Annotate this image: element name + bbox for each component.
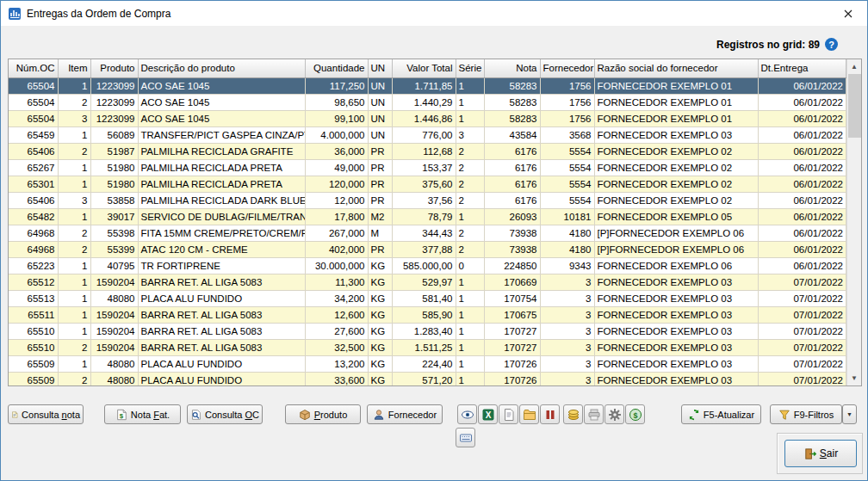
grid-cell[interactable]: KG [368, 274, 392, 290]
grid-cell[interactable]: BARRA RET. AL LIGA 5083 [138, 323, 305, 339]
grid-cell[interactable]: 224,40 [392, 355, 456, 372]
grid-cell[interactable]: 06/01/2022 [758, 110, 846, 126]
grid-cell[interactable]: 153,37 [392, 159, 456, 176]
grid-cell[interactable]: 2 [456, 192, 484, 208]
grid-cell[interactable]: 0 [456, 257, 484, 274]
grid-cell[interactable]: 6176 [484, 143, 540, 159]
grid-cell[interactable]: [P]FORNECEDOR EXEMPLO 06 [594, 241, 758, 257]
grid-cell[interactable]: 6176 [484, 192, 540, 208]
grid-cell[interactable]: 571,20 [392, 372, 456, 386]
grid-cell[interactable]: FORNECEDOR EXEMPLO 06 [594, 257, 758, 274]
grid-cell[interactable]: 1 [58, 126, 90, 143]
grid-cell[interactable]: PR [368, 176, 392, 192]
grid-cell[interactable]: BARRA RET. AL LIGA 5083 [138, 274, 305, 290]
grid-cell[interactable]: 1.283,40 [392, 323, 456, 339]
grid-cell[interactable]: 58283 [484, 110, 540, 126]
grid-cell[interactable]: 4180 [540, 241, 594, 257]
vertical-scrollbar[interactable]: ▲ ▼ [846, 59, 861, 385]
grid-cell[interactable]: 13,200 [305, 355, 368, 372]
grid-row[interactable]: 65509248080PLACA ALU FUNDIDO33,600KG571,… [9, 372, 846, 386]
grid-cell[interactable]: TR FORTIPRENE [138, 257, 305, 274]
grid-cell[interactable]: PALMILHA RECICLADA DARK BLUE [138, 192, 305, 208]
column-header-9[interactable]: Fornecedor [540, 59, 594, 77]
grid-cell[interactable]: 1 [58, 77, 90, 94]
grid-cell[interactable]: 51987 [90, 143, 138, 159]
grid-cell[interactable]: KG [368, 355, 392, 372]
grid-cell[interactable]: PLACA ALU FUNDIDO [138, 355, 305, 372]
grid-cell[interactable]: 1590204 [90, 339, 138, 355]
grid-cell[interactable]: 65482 [9, 208, 58, 225]
grid-cell[interactable]: 1 [456, 94, 484, 110]
grid-cell[interactable]: 55399 [90, 241, 138, 257]
grid-cell[interactable]: 1756 [540, 94, 594, 110]
grid-cell[interactable]: 65223 [9, 257, 58, 274]
grid-cell[interactable]: FORNECEDOR EXEMPLO 02 [594, 192, 758, 208]
grid-cell[interactable]: 1 [58, 323, 90, 339]
coins-button[interactable] [563, 404, 583, 424]
grid-cell[interactable]: 9343 [540, 257, 594, 274]
grid-cell[interactable]: 64968 [9, 225, 58, 241]
grid-cell[interactable]: UN [368, 110, 392, 126]
consulta-nota-button[interactable]: Consulta nota [8, 404, 84, 424]
grid-cell[interactable]: 37,56 [392, 192, 456, 208]
grid-cell[interactable]: 1 [58, 208, 90, 225]
grid-cell[interactable]: 1 [456, 355, 484, 372]
grid-cell[interactable]: FORNECEDOR EXEMPLO 02 [594, 176, 758, 192]
grid-cell[interactable]: 2 [58, 143, 90, 159]
grid-cell[interactable]: 58283 [484, 77, 540, 94]
grid-cell[interactable]: 51980 [90, 176, 138, 192]
grid-cell[interactable]: 07/01/2022 [758, 274, 846, 290]
grid-cell[interactable]: 17,800 [305, 208, 368, 225]
grid-cell[interactable]: BARRA RET. AL LIGA 5083 [138, 339, 305, 355]
grid-cell[interactable]: FORNECEDOR EXEMPLO 02 [594, 143, 758, 159]
grid-cell[interactable]: PALMILHA RECICLADA PRETA [138, 176, 305, 192]
grid-cell[interactable]: 06/01/2022 [758, 208, 846, 225]
grid-cell[interactable]: 2 [456, 225, 484, 241]
grid-cell[interactable]: KG [368, 257, 392, 274]
grid-row[interactable]: 65482139017SERVICO DE DUBLAG/FILME/TRANS… [9, 208, 846, 225]
grid-cell[interactable]: ACO SAE 1045 [138, 110, 305, 126]
report-button[interactable] [499, 404, 518, 424]
grid-cell[interactable]: 1756 [540, 110, 594, 126]
grid-cell[interactable]: 06/01/2022 [758, 94, 846, 110]
grid-cell[interactable]: UN [368, 94, 392, 110]
grid-cell[interactable]: 73938 [484, 225, 540, 241]
grid-row[interactable]: 65223140795TR FORTIPRENE30.000,000KG585.… [9, 257, 846, 274]
grid-cell[interactable]: 1 [456, 306, 484, 323]
grid-row[interactable]: 64968255398FITA 15MM CREME/PRETO/CREM/PT… [9, 225, 846, 241]
grid-cell[interactable]: 375,60 [392, 176, 456, 192]
grid-cell[interactable]: 78,79 [392, 208, 456, 225]
grid-cell[interactable]: 55398 [90, 225, 138, 241]
grid-cell[interactable]: 06/01/2022 [758, 176, 846, 192]
grid-cell[interactable]: KG [368, 372, 392, 386]
grid-cell[interactable]: 585,90 [392, 306, 456, 323]
grid-cell[interactable]: 170726 [484, 355, 540, 372]
grid-cell[interactable]: BARRA RET. AL LIGA 5083 [138, 306, 305, 323]
grid-row[interactable]: 65406353858PALMILHA RECICLADA DARK BLUE1… [9, 192, 846, 208]
grid-cell[interactable]: 112,68 [392, 143, 456, 159]
grid-cell[interactable]: 5554 [540, 143, 594, 159]
grid-cell[interactable]: 65510 [9, 339, 58, 355]
grid-cell[interactable]: 3 [540, 323, 594, 339]
column-header-5[interactable]: UN [368, 59, 392, 77]
grid-cell[interactable]: 529,97 [392, 274, 456, 290]
grid-cell[interactable]: 49,000 [305, 159, 368, 176]
grid-cell[interactable]: 56089 [90, 126, 138, 143]
grid-cell[interactable]: FORNECEDOR EXEMPLO 02 [594, 159, 758, 176]
grid-cell[interactable]: [P]FORNECEDOR EXEMPLO 06 [594, 225, 758, 241]
grid-cell[interactable]: 65504 [9, 77, 58, 94]
grid-row[interactable]: 6551111590204BARRA RET. AL LIGA 508312,6… [9, 306, 846, 323]
grid-cell[interactable]: 6176 [484, 159, 540, 176]
grid-cell[interactable]: 3568 [540, 126, 594, 143]
grid-cell[interactable]: 2 [58, 94, 90, 110]
grid-cell[interactable]: 65504 [9, 94, 58, 110]
grid-cell[interactable]: 3 [540, 372, 594, 386]
grid-cell[interactable]: FORNECEDOR EXEMPLO 03 [594, 290, 758, 306]
grid-cell[interactable]: 65509 [9, 372, 58, 386]
grid-cell[interactable]: FORNECEDOR EXEMPLO 03 [594, 126, 758, 143]
column-header-4[interactable]: Quantidade [305, 59, 368, 77]
grid-cell[interactable]: FORNECEDOR EXEMPLO 05 [594, 208, 758, 225]
column-header-8[interactable]: Nota [484, 59, 540, 77]
grid-row[interactable]: 65459156089TRANSFER/PICT GASPEA CINZA/PT… [9, 126, 846, 143]
grid-cell[interactable]: 3 [540, 339, 594, 355]
